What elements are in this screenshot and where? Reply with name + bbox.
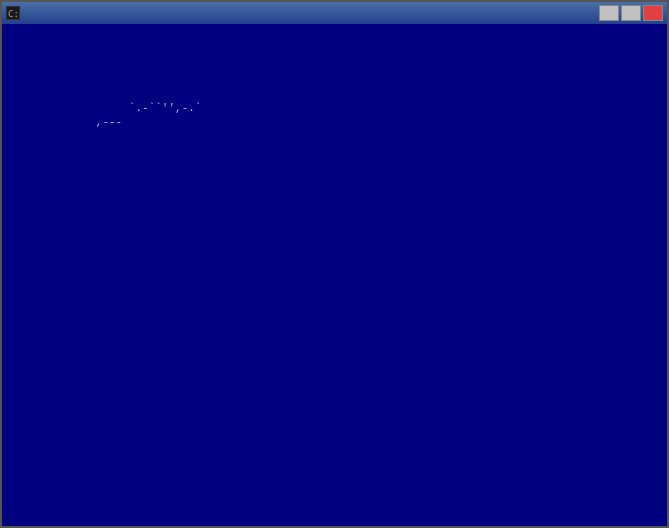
console-area: `.-``'',-.` ,--- [2,24,667,526]
close-button[interactable] [643,5,663,21]
ascii-art: `.-``'',-.` ,--- [10,89,305,130]
cmd-window: C:\ `.-``'',-.` ,--- [0,0,669,528]
title-bar-left: C:\ [6,6,24,20]
console-line-5 [10,48,659,66]
title-bar: C:\ [2,2,667,24]
console-line-7 [10,66,659,84]
maximize-button[interactable] [621,5,641,21]
cmd-icon: C:\ [6,6,20,20]
svg-text:C:\: C:\ [8,9,19,19]
title-bar-controls [599,5,663,21]
console-line-3 [10,30,659,48]
ascii-art-section: `.-``'',-.` ,--- [10,89,659,130]
minimize-button[interactable] [599,5,619,21]
